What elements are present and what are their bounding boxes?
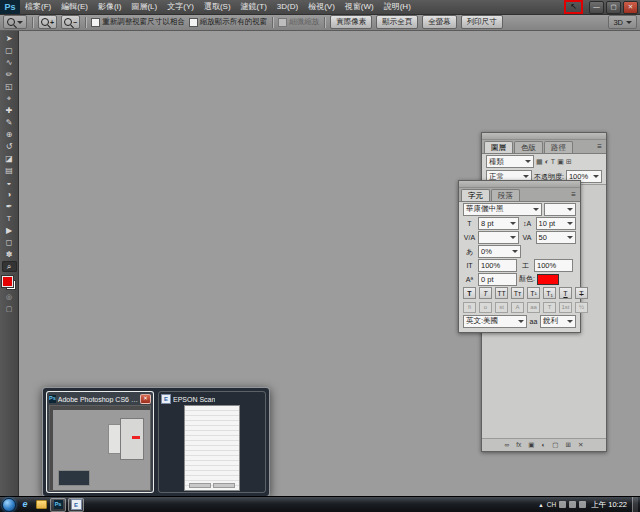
adjustment-layer-icon[interactable]: ◐ bbox=[541, 442, 545, 449]
panel-menu-icon[interactable]: ≡ bbox=[567, 188, 580, 201]
horizontal-scale-field[interactable]: 100% bbox=[534, 259, 573, 272]
minimize-button[interactable]: — bbox=[589, 1, 604, 14]
filter-kind-select[interactable]: 種類 bbox=[486, 155, 534, 168]
panel-drag-bar[interactable] bbox=[459, 181, 580, 188]
subscript-button[interactable]: T₁ bbox=[543, 287, 556, 299]
tab-character[interactable]: 字元 bbox=[461, 189, 490, 202]
fit-screen-button[interactable]: 顯示全頁 bbox=[376, 15, 418, 29]
filter-smart-icon[interactable]: ⊞ bbox=[566, 158, 572, 165]
volume-icon[interactable] bbox=[569, 501, 576, 508]
tool-quick-selection[interactable]: ✏ bbox=[2, 69, 17, 80]
filter-pixel-icon[interactable]: ▦ bbox=[536, 158, 543, 165]
zoom-out-button[interactable]: − bbox=[61, 15, 80, 29]
tool-brush[interactable]: ✎ bbox=[2, 117, 17, 128]
panel-drag-bar[interactable] bbox=[482, 133, 606, 140]
tool-pen[interactable]: ✒ bbox=[2, 201, 17, 212]
font-family-select[interactable]: 華康儷中黑 bbox=[463, 203, 542, 216]
language-indicator[interactable]: CH bbox=[547, 501, 556, 508]
vertical-scale-field[interactable]: 100% bbox=[478, 259, 517, 272]
keyboard-icon[interactable] bbox=[559, 501, 566, 508]
tool-dodge[interactable]: ◑ bbox=[2, 189, 17, 200]
fill-screen-button[interactable]: 全螢幕 bbox=[422, 15, 457, 29]
link-layers-icon[interactable]: ∞ bbox=[505, 442, 510, 449]
network-icon[interactable] bbox=[579, 501, 586, 508]
tool-clone-stamp[interactable]: ⊕ bbox=[2, 129, 17, 140]
filter-shape-icon[interactable]: ▣ bbox=[557, 158, 564, 165]
tab-paragraph[interactable]: 段落 bbox=[491, 189, 520, 202]
taskbar-epson-button[interactable]: E bbox=[68, 498, 84, 512]
antialias-select[interactable]: 銳利 bbox=[540, 315, 576, 328]
font-style-select[interactable] bbox=[544, 203, 576, 216]
all-caps-button[interactable]: TT bbox=[495, 287, 508, 299]
zoom-all-windows-checkbox[interactable]: 縮放顯示所有的視窗 bbox=[189, 17, 268, 27]
faux-italic-button[interactable]: T bbox=[479, 287, 492, 299]
menu-window[interactable]: 視窗(W) bbox=[340, 0, 379, 14]
tool-type[interactable]: T bbox=[2, 213, 17, 224]
tool-move[interactable]: ➤ bbox=[2, 33, 17, 44]
tsume-select[interactable]: 0% bbox=[478, 245, 521, 258]
photoshop-thumbnail-card[interactable]: Ps Adobe Photoshop CS6 Exten... ✕ bbox=[46, 391, 154, 493]
menu-select[interactable]: 選取(S) bbox=[199, 0, 236, 14]
new-layer-icon[interactable]: ⊞ bbox=[566, 442, 571, 449]
tool-eyedropper[interactable]: ⌖ bbox=[2, 93, 17, 104]
tool-blur[interactable]: ◒ bbox=[2, 177, 17, 188]
tool-eraser[interactable]: ◪ bbox=[2, 153, 17, 164]
menu-image[interactable]: 影像(I) bbox=[93, 0, 127, 14]
resize-windows-checkbox[interactable]: 重新調整視窗尺寸以相合 bbox=[91, 17, 185, 27]
tab-paths[interactable]: 路徑 bbox=[544, 141, 573, 154]
small-caps-button[interactable]: Tᴛ bbox=[511, 287, 524, 299]
filter-type-icon[interactable]: T bbox=[551, 158, 555, 165]
faux-bold-button[interactable]: T bbox=[463, 287, 476, 299]
menu-layer[interactable]: 圖層(L) bbox=[126, 0, 162, 14]
layer-mask-icon[interactable]: ▣ bbox=[528, 442, 534, 449]
tool-shape[interactable]: ◻ bbox=[2, 237, 17, 248]
menu-help[interactable]: 說明(H) bbox=[379, 0, 416, 14]
taskbar-photoshop-button[interactable]: Ps bbox=[50, 498, 66, 512]
menu-3d[interactable]: 3D(D) bbox=[272, 0, 303, 14]
zoom-in-button[interactable]: + bbox=[38, 15, 57, 29]
taskbar-ie-button[interactable]: e bbox=[18, 499, 32, 511]
tool-lasso[interactable]: ∿ bbox=[2, 57, 17, 68]
tool-path-selection[interactable]: ▶ bbox=[2, 225, 17, 236]
menu-filter[interactable]: 濾鏡(T) bbox=[236, 0, 272, 14]
strikethrough-button[interactable]: T bbox=[575, 287, 588, 299]
language-select[interactable]: 英文:美國 bbox=[463, 315, 527, 328]
cursor-arrow-icon[interactable]: ↖ bbox=[570, 3, 577, 11]
tab-layers[interactable]: 圖層 bbox=[484, 141, 513, 154]
menu-edit[interactable]: 編輯(E) bbox=[56, 0, 93, 14]
delete-layer-icon[interactable]: ✕ bbox=[578, 442, 583, 449]
tool-healing-brush[interactable]: ✚ bbox=[2, 105, 17, 116]
close-icon[interactable]: ✕ bbox=[140, 394, 151, 404]
print-size-button[interactable]: 列印尺寸 bbox=[461, 15, 503, 29]
layer-style-icon[interactable]: fx bbox=[516, 442, 521, 449]
tracking-select[interactable]: 50 bbox=[536, 231, 577, 244]
tool-zoom[interactable]: ⌕ bbox=[2, 261, 17, 272]
filter-adjustment-icon[interactable]: ◐ bbox=[545, 158, 549, 165]
tool-crop[interactable]: ◱ bbox=[2, 81, 17, 92]
taskbar-clock[interactable]: 上午 10:22 bbox=[589, 500, 629, 510]
photoshop-thumbnail[interactable] bbox=[49, 406, 151, 490]
epson-scan-thumbnail-card[interactable]: E EPSON Scan bbox=[158, 391, 266, 493]
epson-scan-thumbnail[interactable] bbox=[161, 406, 263, 490]
menu-file[interactable]: 檔案(F) bbox=[20, 0, 56, 14]
maximize-button[interactable]: ▢ bbox=[606, 1, 621, 14]
baseline-shift-field[interactable]: 0 pt bbox=[478, 273, 517, 286]
start-button[interactable] bbox=[2, 498, 16, 512]
kerning-select[interactable] bbox=[478, 231, 519, 244]
underline-button[interactable]: T bbox=[559, 287, 572, 299]
font-size-select[interactable]: 8 pt bbox=[478, 217, 519, 230]
leading-select[interactable]: 10 pt bbox=[536, 217, 577, 230]
tool-history-brush[interactable]: ↺ bbox=[2, 141, 17, 152]
workspace-switcher[interactable]: 3D bbox=[608, 15, 637, 29]
quick-mask-button[interactable]: ◎ bbox=[2, 291, 17, 302]
tool-gradient[interactable]: ▤ bbox=[2, 165, 17, 176]
screen-mode-button[interactable]: ▢ bbox=[2, 303, 17, 314]
menu-type[interactable]: 文字(Y) bbox=[162, 0, 199, 14]
show-hidden-icons-button[interactable]: ▲ bbox=[538, 502, 543, 508]
tool-marquee[interactable]: ▢ bbox=[2, 45, 17, 56]
foreground-color-swatch[interactable] bbox=[2, 276, 13, 287]
superscript-button[interactable]: T¹ bbox=[527, 287, 540, 299]
tool-hand[interactable]: ✽ bbox=[2, 249, 17, 260]
taskbar-explorer-button[interactable] bbox=[34, 499, 48, 511]
tool-preset-picker[interactable] bbox=[3, 15, 27, 29]
